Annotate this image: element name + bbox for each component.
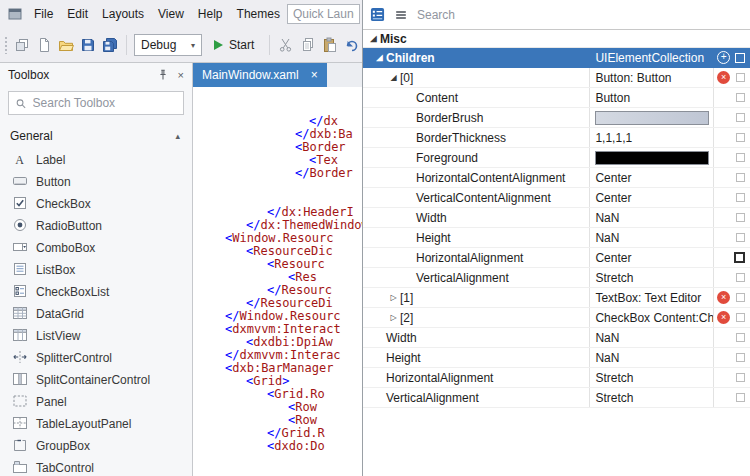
property-row-verticalalignment[interactable]: VerticalAlignmentStretch <box>363 268 750 288</box>
serialize-checkbox[interactable] <box>736 133 745 142</box>
toolbox-item-groupbox[interactable]: GroupBox <box>0 435 192 457</box>
serialize-checkbox[interactable] <box>736 113 745 122</box>
save-icon[interactable] <box>79 36 97 54</box>
property-value[interactable]: Center <box>595 191 631 205</box>
quick-launch-input[interactable] <box>293 7 354 21</box>
toolbox-item-combobox[interactable]: ComboBox <box>0 237 192 259</box>
properties-search-input[interactable] <box>417 8 743 22</box>
property-row-children[interactable]: ◢ChildrenUIElementCollection+ <box>363 48 750 68</box>
property-row-foreground[interactable]: Foreground <box>363 148 750 168</box>
pin-icon[interactable] <box>156 68 170 82</box>
property-row-height[interactable]: HeightNaN <box>363 348 750 368</box>
property-row--1-[interactable]: ▷[1]TextBox: Text Editor× <box>363 288 750 308</box>
menu-item-edit[interactable]: Edit <box>60 3 95 25</box>
debug-config-select[interactable]: Debug ▾ <box>134 34 202 56</box>
brush-swatch[interactable] <box>595 111 709 125</box>
cascade-icon[interactable] <box>13 36 31 54</box>
property-value[interactable]: CheckBox Content:Ch... <box>595 311 714 325</box>
property-row-horizontalalignment[interactable]: HorizontalAlignmentStretch <box>363 368 750 388</box>
serialize-checkbox[interactable] <box>736 213 745 222</box>
property-value[interactable]: Stretch <box>595 391 633 405</box>
toolbox-item-tabcontrol[interactable]: TabControl <box>0 457 192 476</box>
tab-mainwindow-xaml[interactable]: MainWindow.xaml × <box>193 63 327 87</box>
toolbox-item-checkbox[interactable]: CheckBox <box>0 193 192 215</box>
copy-icon[interactable] <box>299 36 317 54</box>
brush-swatch[interactable] <box>595 151 709 165</box>
toolbox-item-splittercontrol[interactable]: SplitterControl <box>0 347 192 369</box>
toolbox-item-splitcontainercontrol[interactable]: SplitContainerControl <box>0 369 192 391</box>
property-row-verticalalignment[interactable]: VerticalAlignmentStretch <box>363 388 750 408</box>
toolbox-section-general[interactable]: General ▴ <box>0 123 192 149</box>
close-icon[interactable]: × <box>178 69 184 81</box>
serialize-checkbox[interactable] <box>736 373 745 382</box>
cut-icon[interactable] <box>277 36 295 54</box>
property-value[interactable]: Stretch <box>595 271 633 285</box>
toolbox-item-datagrid[interactable]: DataGrid <box>0 303 192 325</box>
property-value[interactable]: NaN <box>595 211 619 225</box>
undo-icon[interactable] <box>343 36 361 54</box>
property-value[interactable]: NaN <box>595 351 619 365</box>
property-value[interactable]: Button: Button <box>595 71 671 85</box>
property-row-width[interactable]: WidthNaN <box>363 328 750 348</box>
categorized-view-icon[interactable] <box>370 7 385 22</box>
property-row-borderbrush[interactable]: BorderBrush <box>363 108 750 128</box>
toolbox-item-listview[interactable]: ListView <box>0 325 192 347</box>
code-area[interactable]: </dx</dxb:Ba<Border<Tex</Border</dx:Head… <box>193 87 362 476</box>
property-row-horizontalalignment[interactable]: HorizontalAlignmentCenter <box>363 248 750 268</box>
serialize-checkbox[interactable] <box>736 173 745 182</box>
toolbox-item-panel[interactable]: Panel <box>0 391 192 413</box>
category-misc[interactable]: ◢ Misc <box>363 30 750 48</box>
expander-icon[interactable]: ◢ <box>387 73 400 82</box>
menu-item-layouts[interactable]: Layouts <box>95 3 151 25</box>
serialize-checkbox[interactable] <box>736 333 745 342</box>
toolbox-item-listbox[interactable]: ListBox <box>0 259 192 281</box>
property-value[interactable]: Button <box>595 91 630 105</box>
toolbox-item-label[interactable]: Label <box>0 149 192 171</box>
collection-box-icon[interactable] <box>735 53 745 63</box>
serialize-checkbox[interactable] <box>736 233 745 242</box>
property-row--2-[interactable]: ▷[2]CheckBox Content:Ch...× <box>363 308 750 328</box>
property-row--0-[interactable]: ◢[0]Button: Button× <box>363 68 750 88</box>
serialize-checkbox[interactable] <box>736 273 745 282</box>
start-button[interactable]: Start <box>206 34 262 56</box>
serialize-checkbox[interactable] <box>736 193 745 202</box>
menu-item-file[interactable]: File <box>27 3 60 25</box>
serialize-checkbox[interactable] <box>736 93 745 102</box>
serialize-checkbox[interactable] <box>736 73 745 82</box>
remove-item-icon[interactable]: × <box>717 311 730 324</box>
property-value[interactable]: NaN <box>595 331 619 345</box>
property-value[interactable]: UIElementCollection <box>595 51 704 65</box>
save-all-icon[interactable] <box>101 36 119 54</box>
property-value[interactable]: Center <box>595 171 631 185</box>
toolbox-item-radiobutton[interactable]: RadioButton <box>0 215 192 237</box>
property-row-horizontalcontentalignment[interactable]: HorizontalContentAlignmentCenter <box>363 168 750 188</box>
menu-item-themes[interactable]: Themes <box>230 3 287 25</box>
open-folder-icon[interactable] <box>57 36 75 54</box>
property-value[interactable]: 1,1,1,1 <box>595 131 632 145</box>
paste-icon[interactable] <box>321 36 339 54</box>
menu-icon[interactable] <box>394 8 408 22</box>
remove-item-icon[interactable]: × <box>717 291 730 304</box>
toolbox-item-tablelayoutpanel[interactable]: TableLayoutPanel <box>0 413 192 435</box>
serialize-checkbox[interactable] <box>736 293 745 302</box>
property-row-borderthickness[interactable]: BorderThickness1,1,1,1 <box>363 128 750 148</box>
property-value[interactable]: NaN <box>595 231 619 245</box>
toolbox-item-checkboxlist[interactable]: CheckBoxList <box>0 281 192 303</box>
tab-close-icon[interactable]: × <box>311 68 318 82</box>
property-row-height[interactable]: HeightNaN <box>363 228 750 248</box>
toolbox-search[interactable] <box>8 91 184 115</box>
remove-item-icon[interactable]: × <box>717 71 730 84</box>
toolbox-item-button[interactable]: Button <box>0 171 192 193</box>
quick-launch[interactable] <box>287 4 360 24</box>
property-row-content[interactable]: ContentButton <box>363 88 750 108</box>
new-file-icon[interactable] <box>35 36 53 54</box>
expander-icon[interactable]: ▷ <box>387 313 400 322</box>
expander-icon[interactable]: ◢ <box>373 53 386 62</box>
property-value[interactable]: Center <box>595 251 631 265</box>
serialize-checkbox[interactable] <box>734 252 745 263</box>
property-row-width[interactable]: WidthNaN <box>363 208 750 228</box>
serialize-checkbox[interactable] <box>736 313 745 322</box>
expander-icon[interactable]: ◢ <box>367 34 380 43</box>
property-row-verticalcontentalignment[interactable]: VerticalContentAlignmentCenter <box>363 188 750 208</box>
serialize-checkbox[interactable] <box>736 393 745 402</box>
